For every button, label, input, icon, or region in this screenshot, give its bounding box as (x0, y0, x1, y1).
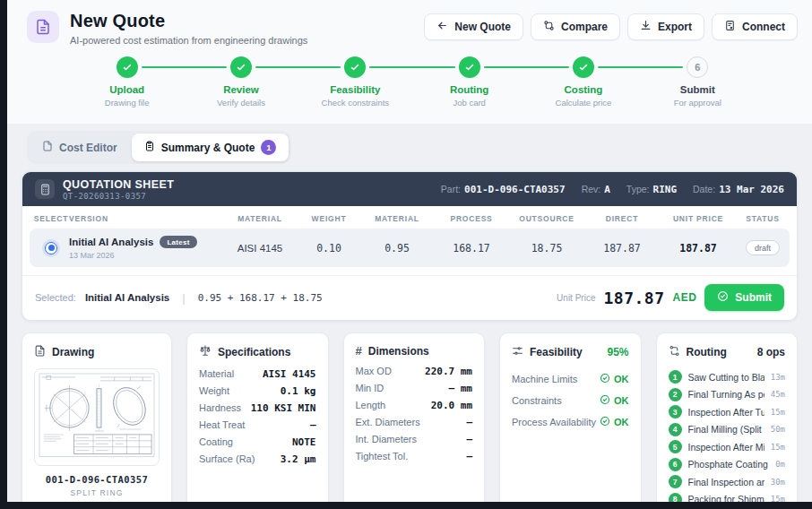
scale-icon (199, 344, 212, 360)
op-time: 45m (771, 390, 785, 399)
tab-cost-editor[interactable]: Cost Editor (30, 134, 130, 161)
step-number: 6 (687, 56, 708, 78)
export-button-label: Export (658, 21, 692, 33)
routing-op-row: 6Phosphate Coating ...0m (669, 456, 786, 474)
op-name: Inspection After Mil... (688, 442, 764, 453)
connect-button-label: Connect (742, 21, 785, 33)
routing-card: Routing 8 ops 1Saw Cutting to Blan...13m… (656, 332, 799, 502)
dimensions-card: # Dimensions Max OD220.7 mm Min ID– mm L… (343, 332, 486, 502)
version-radio[interactable] (45, 242, 57, 254)
quotation-header: QUOTATION SHEET QT-20260313-0357 Part:00… (22, 172, 797, 206)
op-number-badge: 8 (669, 493, 682, 502)
compare-button[interactable]: Compare (531, 13, 620, 40)
op-name: Packing for Shipment (688, 494, 764, 502)
routing-op-row: 3Inspection After Tu...15m (669, 403, 786, 421)
step-costing[interactable]: Costing Calculate price (526, 56, 640, 108)
op-time: 15m (771, 443, 785, 452)
column-header: UNIT PRICE (657, 214, 739, 223)
card-title: Routing (687, 346, 727, 358)
step-sublabel: Job card (453, 98, 485, 108)
step-label: Submit (680, 84, 715, 95)
card-title: Specifications (218, 346, 290, 358)
op-name: Final Milling (Split ... (688, 424, 764, 435)
drawing-thumbnail[interactable] (34, 368, 160, 466)
column-header: STATUS (739, 214, 786, 223)
view-switcher: Cost Editor Summary & Quote 1 (27, 131, 291, 164)
step-label: Upload (109, 84, 144, 95)
tab-summary-quote[interactable]: Summary & Quote 1 (132, 134, 289, 161)
meta-label: Date: (693, 184, 715, 194)
export-button[interactable]: Export (627, 13, 704, 40)
page-subtitle: AI-powered cost estimation from engineer… (70, 35, 307, 46)
op-number-badge: 5 (669, 440, 682, 453)
download-icon (640, 20, 652, 34)
feasibility-row: Machine Limits OK (512, 368, 629, 390)
latest-badge: Latest (160, 236, 196, 248)
app-root: New Quote AI-powered cost estimation fro… (7, 0, 812, 502)
dimension-value: 20.0 mm (431, 400, 472, 411)
tabs-row: Cost Editor Summary & Quote 1 (7, 124, 812, 164)
op-time: 15m (771, 495, 785, 502)
connect-button[interactable]: Connect (712, 13, 798, 40)
compare-icon (543, 20, 555, 34)
meta-label: Rev: (582, 184, 601, 194)
dimension-label: Min ID (356, 383, 384, 393)
check-circle-icon (344, 56, 366, 78)
engineering-drawing-image (39, 373, 155, 458)
step-feasibility[interactable]: Feasibility Check constraints (298, 56, 412, 108)
routing-op-row: 1Saw Cutting to Blan...13m (669, 368, 786, 386)
divider: | (178, 291, 188, 305)
step-routing[interactable]: Routing Job card (412, 56, 526, 108)
op-time: 50m (771, 425, 785, 434)
topbar-actions: New Quote Compare Export Connect (424, 13, 798, 40)
version-table-row[interactable]: Initial AI Analysis Latest 13 Mar 2026 A… (30, 229, 790, 267)
feasibility-row: Process Availability OK (512, 411, 629, 433)
ops-count: 8 ops (757, 346, 785, 358)
dimension-row: Int. Diameters– (356, 434, 473, 451)
outsource-cell: 18.75 (506, 242, 587, 254)
new-quote-button[interactable]: New Quote (424, 13, 523, 40)
step-upload[interactable]: Upload Drawing file (70, 56, 184, 108)
page-title: New Quote (70, 11, 307, 31)
dimension-row: Max OD220.7 mm (356, 366, 473, 383)
routing-op-row: 4Final Milling (Split ...50m (669, 421, 786, 439)
route-icon (669, 344, 680, 360)
op-number-badge: 2 (669, 388, 682, 401)
submit-button[interactable]: Submit (704, 284, 784, 311)
routing-op-row: 8Packing for Shipment15m (669, 491, 786, 503)
column-header: WEIGHT (300, 214, 358, 223)
card-title: Drawing (52, 346, 94, 358)
unit-price-value: 187.87 (603, 289, 664, 307)
feasibility-label: Machine Limits (512, 374, 577, 384)
feasibility-row: Constraints OK (512, 390, 629, 411)
material-name-cell: AISI 4145 (220, 243, 300, 254)
op-time: 30m (771, 478, 785, 487)
step-review[interactable]: Review Verify details (184, 56, 298, 108)
version-cell: Initial AI Analysis Latest 13 Mar 2026 (69, 236, 220, 260)
dimension-label: Tightest Tol. (356, 451, 409, 462)
selected-label: Selected: (35, 292, 76, 303)
dimension-label: Ext. Diameters (356, 417, 420, 427)
clipboard-icon (144, 141, 155, 154)
op-number-badge: 6 (669, 458, 682, 471)
dimension-value: – mm (449, 383, 473, 394)
feasibility-status: OK (614, 374, 629, 384)
op-name: Inspection After Tu... (688, 407, 764, 418)
dimension-label: Int. Diameters (356, 434, 417, 444)
op-name: Phosphate Coating ... (688, 459, 770, 470)
check-circle-icon (117, 56, 138, 78)
dimension-row: Ext. Diameters– (356, 417, 473, 434)
dimension-value: – (466, 434, 472, 445)
op-number-badge: 3 (669, 405, 682, 418)
step-sublabel: Verify details (217, 98, 265, 108)
versions-table-header: SELECT VERSION MATERIAL WEIGHT MATERIAL … (22, 206, 797, 229)
column-header: PROCESS (436, 214, 506, 223)
selected-version: Initial AI Analysis (85, 292, 169, 303)
step-submit[interactable]: 6 Submit For approval (641, 56, 755, 108)
spec-label: Weight (199, 385, 229, 396)
op-name: Final Inspection an... (688, 477, 764, 487)
spec-value: AISI 4145 (263, 368, 316, 380)
step-label: Review (223, 84, 259, 95)
step-label: Feasibility (330, 84, 380, 95)
card-title: Dimensions (368, 345, 429, 358)
